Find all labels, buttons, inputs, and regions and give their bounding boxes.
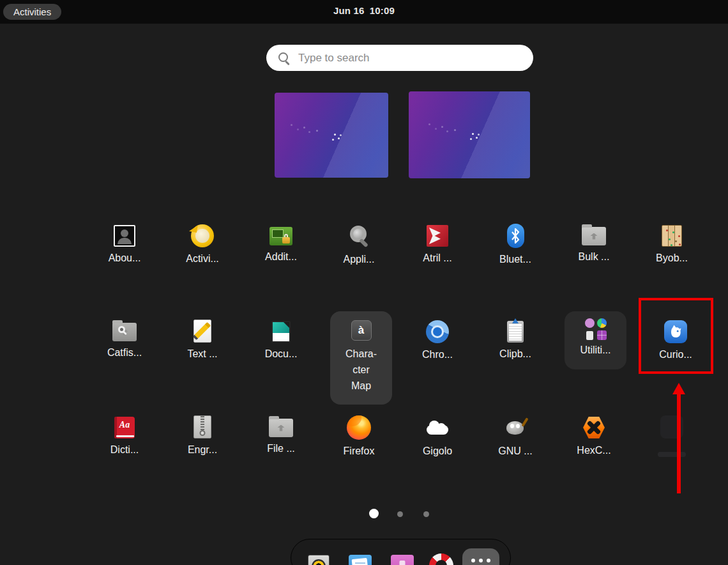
- app-label: Catfis...: [107, 347, 142, 359]
- text-editor-icon: [193, 320, 211, 343]
- annotation-rectangle: [639, 298, 713, 374]
- app-file-manager[interactable]: File ...: [246, 415, 316, 454]
- document-viewer-icon: [271, 321, 291, 343]
- app-label: Atril ...: [423, 252, 451, 264]
- app-label: File ...: [267, 443, 295, 454]
- app-label: Chro...: [422, 349, 453, 360]
- bluetooth-icon: [507, 224, 524, 248]
- atril-document-viewer-icon: [427, 225, 448, 247]
- app-hexchat[interactable]: HexC...: [559, 415, 629, 456]
- app-clipboard[interactable]: Clipb...: [480, 320, 550, 360]
- workspace-thumbnail-1[interactable]: [275, 93, 388, 178]
- mini-grid-icon: [597, 330, 607, 340]
- dots-icon: [471, 559, 475, 562]
- label-line: Chara-: [345, 348, 377, 359]
- lock-icon: [284, 234, 288, 238]
- app-dictionary[interactable]: Aa Dicti...: [89, 415, 160, 456]
- firefox-icon: [347, 415, 371, 440]
- app-label: Gigolo: [423, 445, 452, 457]
- activity-log-icon: [191, 224, 214, 247]
- gnome-activities-overview: Activities Jun 1610:09 Type to search Ab…: [0, 0, 728, 565]
- dictionary-glyph: Aa: [114, 420, 135, 430]
- search-input[interactable]: Type to search: [266, 45, 533, 71]
- app-firefox[interactable]: Firefox: [324, 415, 394, 457]
- app-label: Abou...: [109, 252, 141, 264]
- app-gigolo[interactable]: Gigolo: [402, 415, 473, 457]
- app-additional-drivers[interactable]: Addit...: [246, 224, 316, 263]
- annotation-arrow-shaft: [677, 394, 681, 493]
- search-placeholder: Type to search: [298, 52, 370, 65]
- clock-date: Jun 16: [333, 5, 365, 16]
- faded-app-label: [658, 452, 686, 457]
- mini-pie-chart-icon: [597, 318, 607, 328]
- app-application-finder[interactable]: Appli...: [324, 224, 394, 265]
- app-label: Clipb...: [499, 348, 531, 360]
- app-label: Bulk ...: [579, 251, 610, 263]
- app-document-viewer[interactable]: Docu...: [246, 320, 316, 360]
- top-bar: Activities Jun 1610:09: [0, 0, 728, 24]
- page-dot-1-active[interactable]: [369, 509, 379, 518]
- app-gimp[interactable]: GNU ...: [480, 415, 550, 457]
- wallpaper-specks: [334, 134, 336, 135]
- clipboard-icon: [507, 321, 524, 343]
- app-label: Docu...: [265, 348, 298, 360]
- label-line: cter: [353, 364, 370, 375]
- app-label: GNU ...: [498, 445, 532, 457]
- gimp-eyes: [510, 424, 514, 428]
- app-label: Firefox: [344, 445, 375, 457]
- clock[interactable]: Jun 1610:09: [0, 5, 728, 16]
- app-label: HexC...: [577, 445, 610, 456]
- app-chromium[interactable]: Chro...: [402, 320, 473, 360]
- chromium-icon: [426, 320, 449, 343]
- mini-app-icon: [585, 318, 595, 328]
- app-atril[interactable]: Atril ...: [402, 224, 473, 264]
- dots-icon: [479, 559, 483, 562]
- speaker-app-icon[interactable]: [308, 555, 330, 565]
- mini-document-icon: [586, 331, 593, 340]
- app-label: Utiliti...: [580, 344, 611, 356]
- app-label: Dicti...: [110, 444, 139, 456]
- app-engrampa[interactable]: Engr...: [167, 415, 238, 456]
- folder-search-icon: [112, 323, 137, 341]
- page-dot-3[interactable]: [423, 511, 429, 517]
- gimp-icon: [503, 415, 527, 440]
- app-label: Byob...: [656, 252, 688, 264]
- app-bluetooth[interactable]: Bluet...: [480, 224, 550, 265]
- app-about[interactable]: Abou...: [89, 224, 160, 264]
- dots-icon: [487, 559, 490, 562]
- about-user-icon: [114, 225, 135, 247]
- clock-time: 10:09: [370, 5, 395, 16]
- character-map-icon: à: [351, 320, 372, 341]
- app-label: Addit...: [265, 251, 297, 263]
- app-activity-log[interactable]: Activi...: [167, 224, 238, 265]
- app-label: Chara- cter Map: [345, 346, 377, 394]
- app-label: Bluet...: [499, 254, 531, 265]
- app-text-editor[interactable]: Text ...: [167, 320, 238, 360]
- app-bulk-rename[interactable]: Bulk ...: [559, 224, 629, 263]
- dictionary-icon: Aa: [114, 417, 135, 438]
- wallpaper-specks: [472, 133, 474, 135]
- byobu-icon: [662, 225, 682, 247]
- pink-app-icon[interactable]: [391, 555, 414, 565]
- app-catfish[interactable]: Catfis...: [89, 320, 160, 359]
- workspace-thumbnail-2[interactable]: [409, 91, 530, 178]
- cloud-icon: [425, 415, 450, 440]
- app-byobu[interactable]: Byob...: [637, 224, 707, 264]
- magnifier-icon: [118, 326, 125, 333]
- app-label: Activi...: [186, 253, 219, 265]
- label-line: Map: [351, 380, 371, 391]
- blue-document-app-icon[interactable]: [349, 555, 372, 565]
- search-icon: [278, 52, 291, 65]
- show-apps-button[interactable]: [462, 548, 499, 565]
- app-label: Appli...: [344, 254, 375, 265]
- annotation-arrow-head: [672, 383, 685, 394]
- folder-icon: [269, 419, 293, 437]
- utilities-folder-icon: [585, 318, 607, 340]
- app-character-map[interactable]: à Chara- cter Map: [330, 311, 392, 405]
- folder-icon: [582, 227, 606, 245]
- app-label: Text ...: [187, 348, 217, 360]
- folder-utilities[interactable]: Utiliti...: [565, 311, 626, 369]
- additional-drivers-icon: [269, 227, 292, 245]
- app-ghost-faded: [637, 415, 707, 457]
- page-dot-2[interactable]: [397, 511, 403, 517]
